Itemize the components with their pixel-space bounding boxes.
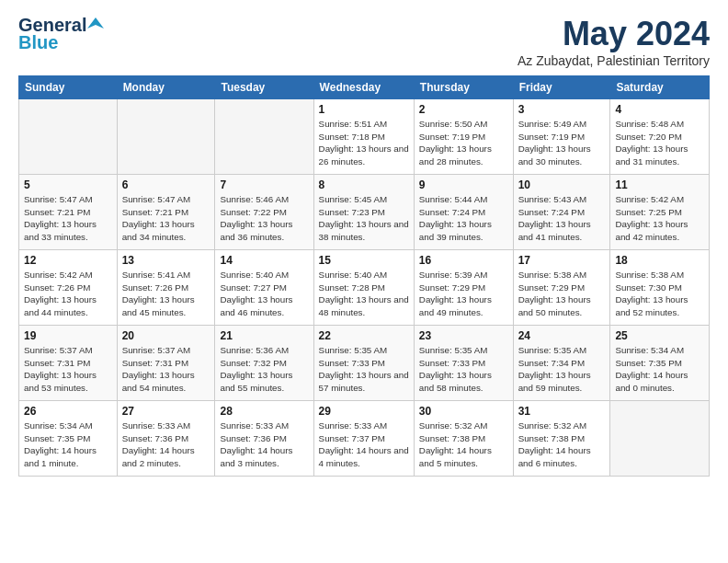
calendar-dow-saturday: Saturday [610, 76, 710, 99]
day-detail: Sunrise: 5:48 AM Sunset: 7:20 PM Dayligh… [615, 118, 704, 168]
calendar-cell: 27Sunrise: 5:33 AM Sunset: 7:36 PM Dayli… [117, 401, 215, 477]
calendar-cell [117, 99, 215, 175]
calendar-cell: 31Sunrise: 5:32 AM Sunset: 7:38 PM Dayli… [513, 401, 610, 477]
day-detail: Sunrise: 5:38 AM Sunset: 7:30 PM Dayligh… [615, 269, 704, 319]
calendar-cell: 7Sunrise: 5:46 AM Sunset: 7:22 PM Daylig… [215, 175, 313, 250]
calendar-week-5: 26Sunrise: 5:34 AM Sunset: 7:35 PM Dayli… [19, 401, 710, 477]
calendar-cell: 11Sunrise: 5:42 AM Sunset: 7:25 PM Dayli… [610, 175, 710, 250]
day-detail: Sunrise: 5:46 AM Sunset: 7:22 PM Dayligh… [220, 193, 308, 244]
day-number: 17 [518, 254, 606, 267]
calendar-dow-monday: Monday [117, 76, 215, 99]
calendar-week-1: 1Sunrise: 5:51 AM Sunset: 7:18 PM Daylig… [19, 99, 710, 175]
calendar: SundayMondayTuesdayWednesdayThursdayFrid… [18, 75, 710, 477]
header: General Blue May 2024 Az Zubaydat, Pales… [18, 15, 710, 68]
day-detail: Sunrise: 5:39 AM Sunset: 7:29 PM Dayligh… [419, 269, 508, 319]
day-detail: Sunrise: 5:43 AM Sunset: 7:24 PM Dayligh… [518, 193, 606, 244]
day-detail: Sunrise: 5:32 AM Sunset: 7:38 PM Dayligh… [518, 419, 606, 470]
main-title: May 2024 [518, 15, 710, 53]
day-detail: Sunrise: 5:38 AM Sunset: 7:29 PM Dayligh… [518, 269, 606, 319]
calendar-cell: 4Sunrise: 5:48 AM Sunset: 7:20 PM Daylig… [610, 99, 710, 175]
day-detail: Sunrise: 5:50 AM Sunset: 7:19 PM Dayligh… [419, 118, 508, 168]
day-number: 31 [518, 405, 606, 418]
calendar-cell: 26Sunrise: 5:34 AM Sunset: 7:35 PM Dayli… [19, 401, 118, 477]
day-detail: Sunrise: 5:40 AM Sunset: 7:27 PM Dayligh… [220, 269, 308, 319]
day-number: 18 [615, 254, 704, 267]
logo-bird-icon [87, 16, 104, 32]
calendar-dow-friday: Friday [513, 76, 610, 99]
calendar-week-2: 5Sunrise: 5:47 AM Sunset: 7:21 PM Daylig… [19, 175, 710, 250]
subtitle: Az Zubaydat, Palestinian Territory [518, 53, 710, 68]
page: General Blue May 2024 Az Zubaydat, Pales… [0, 0, 728, 486]
calendar-dow-tuesday: Tuesday [215, 76, 313, 99]
day-number: 10 [518, 178, 606, 191]
calendar-cell: 28Sunrise: 5:33 AM Sunset: 7:36 PM Dayli… [215, 401, 313, 477]
day-detail: Sunrise: 5:33 AM Sunset: 7:36 PM Dayligh… [122, 419, 210, 470]
day-detail: Sunrise: 5:40 AM Sunset: 7:28 PM Dayligh… [319, 269, 409, 319]
day-detail: Sunrise: 5:49 AM Sunset: 7:19 PM Dayligh… [518, 118, 606, 168]
day-detail: Sunrise: 5:34 AM Sunset: 7:35 PM Dayligh… [615, 344, 704, 395]
day-detail: Sunrise: 5:35 AM Sunset: 7:33 PM Dayligh… [419, 344, 508, 395]
day-detail: Sunrise: 5:33 AM Sunset: 7:36 PM Dayligh… [220, 419, 308, 470]
day-detail: Sunrise: 5:35 AM Sunset: 7:33 PM Dayligh… [319, 344, 409, 395]
calendar-cell: 15Sunrise: 5:40 AM Sunset: 7:28 PM Dayli… [313, 250, 414, 326]
day-detail: Sunrise: 5:47 AM Sunset: 7:21 PM Dayligh… [122, 193, 210, 244]
day-number: 15 [319, 254, 409, 267]
calendar-cell: 6Sunrise: 5:47 AM Sunset: 7:21 PM Daylig… [117, 175, 215, 250]
day-number: 2 [419, 103, 508, 116]
day-number: 14 [220, 254, 308, 267]
calendar-cell: 5Sunrise: 5:47 AM Sunset: 7:21 PM Daylig… [19, 175, 118, 250]
day-number: 24 [518, 329, 606, 342]
day-detail: Sunrise: 5:37 AM Sunset: 7:31 PM Dayligh… [24, 344, 112, 395]
calendar-cell: 29Sunrise: 5:33 AM Sunset: 7:37 PM Dayli… [313, 401, 414, 477]
day-detail: Sunrise: 5:36 AM Sunset: 7:32 PM Dayligh… [220, 344, 308, 395]
calendar-dow-sunday: Sunday [19, 76, 118, 99]
day-detail: Sunrise: 5:47 AM Sunset: 7:21 PM Dayligh… [24, 193, 112, 244]
day-detail: Sunrise: 5:34 AM Sunset: 7:35 PM Dayligh… [24, 419, 112, 470]
calendar-cell: 16Sunrise: 5:39 AM Sunset: 7:29 PM Dayli… [414, 250, 513, 326]
calendar-cell: 12Sunrise: 5:42 AM Sunset: 7:26 PM Dayli… [19, 250, 118, 326]
calendar-cell: 9Sunrise: 5:44 AM Sunset: 7:24 PM Daylig… [414, 175, 513, 250]
calendar-cell: 8Sunrise: 5:45 AM Sunset: 7:23 PM Daylig… [313, 175, 414, 250]
day-detail: Sunrise: 5:35 AM Sunset: 7:34 PM Dayligh… [518, 344, 606, 395]
calendar-cell: 21Sunrise: 5:36 AM Sunset: 7:32 PM Dayli… [215, 326, 313, 401]
calendar-cell: 3Sunrise: 5:49 AM Sunset: 7:19 PM Daylig… [513, 99, 610, 175]
day-number: 25 [615, 329, 704, 342]
calendar-week-4: 19Sunrise: 5:37 AM Sunset: 7:31 PM Dayli… [19, 326, 710, 401]
day-detail: Sunrise: 5:45 AM Sunset: 7:23 PM Dayligh… [319, 193, 409, 244]
day-number: 8 [319, 178, 409, 191]
calendar-cell: 20Sunrise: 5:37 AM Sunset: 7:31 PM Dayli… [117, 326, 215, 401]
day-detail: Sunrise: 5:33 AM Sunset: 7:37 PM Dayligh… [319, 419, 409, 470]
calendar-dow-wednesday: Wednesday [313, 76, 414, 99]
calendar-cell: 14Sunrise: 5:40 AM Sunset: 7:27 PM Dayli… [215, 250, 313, 326]
day-number: 7 [220, 178, 308, 191]
svg-marker-0 [87, 17, 104, 29]
day-detail: Sunrise: 5:37 AM Sunset: 7:31 PM Dayligh… [122, 344, 210, 395]
day-number: 28 [220, 405, 308, 418]
day-number: 5 [24, 178, 112, 191]
day-number: 6 [122, 178, 210, 191]
day-number: 21 [220, 329, 308, 342]
calendar-cell: 23Sunrise: 5:35 AM Sunset: 7:33 PM Dayli… [414, 326, 513, 401]
day-number: 12 [24, 254, 112, 267]
day-detail: Sunrise: 5:41 AM Sunset: 7:26 PM Dayligh… [122, 269, 210, 319]
calendar-cell: 18Sunrise: 5:38 AM Sunset: 7:30 PM Dayli… [610, 250, 710, 326]
calendar-cell: 24Sunrise: 5:35 AM Sunset: 7:34 PM Dayli… [513, 326, 610, 401]
day-number: 22 [319, 329, 409, 342]
day-detail: Sunrise: 5:44 AM Sunset: 7:24 PM Dayligh… [419, 193, 508, 244]
calendar-cell [215, 99, 313, 175]
day-number: 26 [24, 405, 112, 418]
day-detail: Sunrise: 5:32 AM Sunset: 7:38 PM Dayligh… [419, 419, 508, 470]
calendar-cell: 19Sunrise: 5:37 AM Sunset: 7:31 PM Dayli… [19, 326, 118, 401]
day-number: 11 [615, 178, 704, 191]
logo: General Blue [18, 15, 104, 53]
day-number: 1 [319, 103, 409, 116]
day-number: 23 [419, 329, 508, 342]
calendar-cell: 13Sunrise: 5:41 AM Sunset: 7:26 PM Dayli… [117, 250, 215, 326]
day-detail: Sunrise: 5:42 AM Sunset: 7:25 PM Dayligh… [615, 193, 704, 244]
calendar-cell: 25Sunrise: 5:34 AM Sunset: 7:35 PM Dayli… [610, 326, 710, 401]
day-detail: Sunrise: 5:42 AM Sunset: 7:26 PM Dayligh… [24, 269, 112, 319]
day-number: 20 [122, 329, 210, 342]
calendar-week-3: 12Sunrise: 5:42 AM Sunset: 7:26 PM Dayli… [19, 250, 710, 326]
day-detail: Sunrise: 5:51 AM Sunset: 7:18 PM Dayligh… [319, 118, 409, 168]
calendar-cell: 22Sunrise: 5:35 AM Sunset: 7:33 PM Dayli… [313, 326, 414, 401]
